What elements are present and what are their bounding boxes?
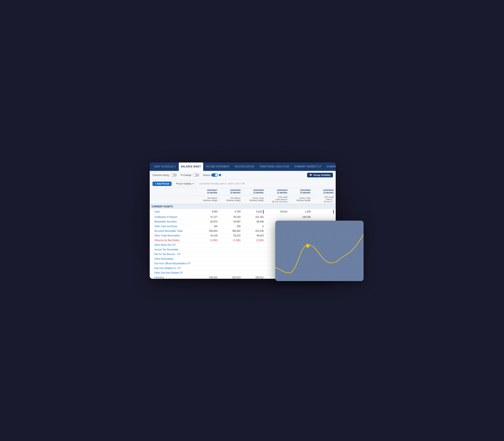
cell-10-0[interactable] bbox=[196, 256, 219, 261]
tab-income-statement[interactable]: INCOME STATEMENT bbox=[204, 162, 232, 171]
cell-4-1[interactable]: 399,562 bbox=[219, 229, 242, 233]
cell-14-1[interactable]: 262,523 bbox=[219, 275, 242, 279]
row-label-13[interactable]: Other Due from Related CP bbox=[150, 270, 196, 275]
col-header-4: 12/31/2020 12 Months bbox=[289, 188, 313, 195]
cell-8-2[interactable] bbox=[242, 247, 266, 252]
tab-balance-sheet[interactable]: BALANCE SHEET bbox=[179, 162, 203, 171]
cell-13-0[interactable] bbox=[196, 270, 219, 275]
cell-1-1[interactable]: 95,193 bbox=[219, 215, 242, 219]
cell-4-0[interactable]: 356,844 bbox=[196, 229, 219, 233]
auto-spreading-5: Auto S... bbox=[315, 201, 334, 203]
cell-0-3[interactable]: 59,912 bbox=[266, 209, 289, 215]
tab-summary-direct-cf[interactable]: SUMMARY DIRECT CF bbox=[324, 162, 336, 171]
tab-reconciliation[interactable]: RECONCILIATION bbox=[233, 162, 257, 171]
cell-7-0[interactable] bbox=[196, 242, 219, 247]
row-label-2[interactable]: Marketable Securities bbox=[150, 219, 196, 224]
cell-1-0[interactable]: 47,127 bbox=[196, 215, 219, 219]
chevron-down-icon: ▾ bbox=[192, 183, 194, 185]
column-header-row: 12/31/2017 12 Months 12/31/2018 12 Month… bbox=[150, 188, 336, 195]
tab-debt-schedule[interactable]: DEBT SCHEDULE bbox=[152, 162, 178, 171]
cell-4-2[interactable]: 415,235 bbox=[242, 229, 266, 233]
add-period-button[interactable]: + Add Period bbox=[153, 182, 172, 186]
common-sizing-toggle-group: Common Sizing bbox=[153, 173, 177, 177]
row-label-11[interactable]: Due from Officers/Stockholders CP bbox=[150, 261, 196, 266]
cell-11-0[interactable] bbox=[196, 261, 219, 266]
cell-9-1[interactable] bbox=[219, 252, 242, 256]
row-label-9[interactable]: Def Inc Tax Recover - CP bbox=[150, 252, 196, 256]
sub-col-4: Comp. Prep Whitney Wright bbox=[289, 195, 313, 204]
sub-col-3: CPA Audit Cale Slocum Auto Spreading bbox=[266, 195, 289, 204]
cell-11-2[interactable] bbox=[242, 261, 266, 266]
cell-0-5[interactable] bbox=[313, 209, 335, 215]
row-label-6[interactable]: (Reserve for Bad Debts) bbox=[150, 238, 196, 242]
controls-bar: Common Sizing % Change Drivers 👁 Group V… bbox=[150, 171, 336, 180]
row-label-12[interactable]: Due from Related Co. CP bbox=[150, 266, 196, 270]
cell-2-0[interactable]: 82,873 bbox=[196, 219, 219, 224]
cell-3-0[interactable]: 156 bbox=[196, 224, 219, 229]
cell-7-1[interactable] bbox=[219, 242, 242, 247]
cell-13-2[interactable] bbox=[242, 270, 266, 275]
tab-summary-indirect-cf[interactable]: SUMMARY INDIRECT CF bbox=[292, 162, 324, 171]
cell-6-2[interactable]: (2,500) bbox=[242, 238, 266, 242]
cell-14-0[interactable]: 245,632 bbox=[196, 275, 219, 279]
section-header-row: CURRENT ASSETS bbox=[150, 204, 336, 209]
col-header-3: 12/31/2019 12 Months bbox=[266, 188, 289, 195]
period-visibility-button[interactable]: Period Visibility ▾ bbox=[174, 182, 196, 186]
cell-1-5[interactable] bbox=[313, 215, 335, 219]
cell-8-1[interactable] bbox=[219, 247, 242, 252]
table-row: Certificates of Deposit47,12795,193101,3… bbox=[150, 215, 336, 219]
cell-5-2[interactable]: 48,523 bbox=[242, 233, 266, 238]
cell-0-2[interactable]: 6,522 bbox=[242, 209, 266, 215]
cell-12-1[interactable] bbox=[219, 266, 242, 270]
auto-spreading-3: Auto Spreading bbox=[268, 201, 287, 203]
row-label-5[interactable]: Other Trade Receivables bbox=[150, 233, 196, 238]
cell-14-2[interactable]: 266,611 bbox=[242, 275, 266, 279]
cell-9-2[interactable] bbox=[242, 252, 266, 256]
row-label-10[interactable]: Other Receivables bbox=[150, 256, 196, 261]
cell-2-1[interactable]: 94,807 bbox=[219, 219, 242, 224]
cell-10-2[interactable] bbox=[242, 256, 266, 261]
trend-chart-svg bbox=[275, 220, 363, 281]
cell-1-2[interactable]: 101,352 bbox=[242, 215, 266, 219]
col-header-2: 12/31/2019 12 Months bbox=[242, 188, 266, 195]
row-label-0[interactable]: Cash bbox=[150, 209, 196, 215]
outer-wrapper: DEBT SCHEDULE BALANCE SHEET INCOME STATE… bbox=[141, 156, 363, 286]
row-label-header bbox=[150, 188, 196, 195]
common-sizing-toggle[interactable] bbox=[170, 173, 177, 177]
row-label-14[interactable]: Inventory bbox=[150, 275, 196, 279]
pct-change-toggle[interactable] bbox=[193, 173, 199, 177]
cell-8-0[interactable] bbox=[196, 247, 219, 252]
cell-1-4[interactable]: 109,339 bbox=[289, 215, 313, 219]
cell-12-2[interactable] bbox=[242, 266, 266, 270]
group-visibility-button[interactable]: 👁 Group Visibility bbox=[307, 173, 333, 177]
cell-11-1[interactable] bbox=[219, 261, 242, 266]
col-header-1: 12/31/2018 12 Months bbox=[219, 188, 242, 195]
cell-5-1[interactable]: 55,222 bbox=[219, 233, 242, 238]
row-label-7[interactable]: Other Notes Rec CP bbox=[150, 242, 196, 247]
cell-13-1[interactable] bbox=[219, 270, 242, 275]
row-label-4[interactable]: Accounts Receivable Trade bbox=[150, 229, 196, 233]
sub-col-2: Comp. Prep Whitney Wright bbox=[242, 195, 266, 204]
sub-col-5: CPA Audit Cale S... Auto S... bbox=[313, 195, 335, 204]
cell-6-1[interactable]: (1,500) bbox=[219, 238, 242, 242]
row-label-1[interactable]: Certificates of Deposit bbox=[150, 215, 196, 219]
cell-6-0[interactable]: (1,000) bbox=[196, 238, 219, 242]
cell-3-2[interactable]: 0 bbox=[242, 224, 266, 229]
cell-5-0[interactable]: 44,136 bbox=[196, 233, 219, 238]
cell-3-1[interactable]: 255 bbox=[219, 224, 242, 229]
pct-change-label: % Change bbox=[181, 174, 191, 176]
row-label-8[interactable]: Income Tax Receivable bbox=[150, 247, 196, 252]
cell-2-2[interactable]: 88,648 bbox=[242, 219, 266, 224]
cell-12-0[interactable] bbox=[196, 266, 219, 270]
cell-10-1[interactable] bbox=[219, 256, 242, 261]
drivers-toggle[interactable] bbox=[211, 173, 218, 177]
cell-9-0[interactable] bbox=[196, 252, 219, 256]
cell-1-3[interactable] bbox=[266, 215, 289, 219]
cell-0-0[interactable]: 4,560 bbox=[196, 209, 219, 215]
cell-7-2[interactable] bbox=[242, 242, 266, 247]
cell-0-1[interactable]: 5,784 bbox=[219, 209, 242, 215]
sub-col-0: Tax Return Whitney Wright bbox=[196, 195, 219, 204]
row-label-3[interactable]: Other Cash and Equiv bbox=[150, 224, 196, 229]
cell-0-4[interactable]: 1,200 bbox=[289, 209, 313, 215]
tab-traditional-cash-flow[interactable]: TRADITIONAL CASH FLOW bbox=[257, 162, 292, 171]
